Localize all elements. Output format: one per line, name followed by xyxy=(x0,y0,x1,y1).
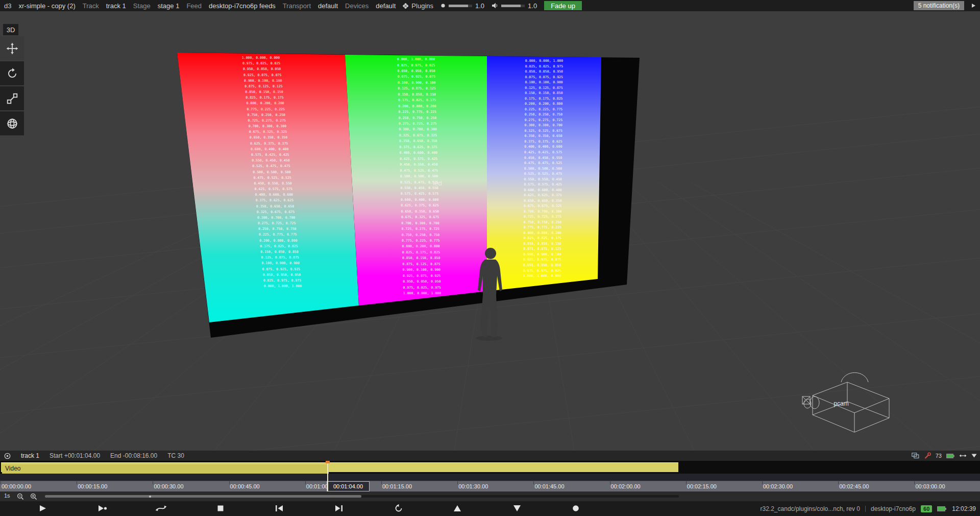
zoom-out-button[interactable] xyxy=(15,492,26,501)
zoom-in-icon xyxy=(30,493,37,500)
screen-value-line: 0.850, 0.150, 0.150 xyxy=(245,90,283,94)
screen-value-line: 0.650, 0.350, 0.350 xyxy=(250,135,287,139)
brightness-slider[interactable] xyxy=(449,5,472,7)
next-track-button[interactable] xyxy=(510,503,524,513)
ruler-tick-label: 00:02:45.00 xyxy=(839,481,869,491)
playhead-marker[interactable] xyxy=(326,461,330,463)
screen-value-line: 0.300, 0.700, 0.300 xyxy=(399,127,436,131)
notifications-badge[interactable]: 5 notification(s) xyxy=(914,1,964,10)
screen-value-line: 0.675, 0.325, 0.675 xyxy=(401,215,439,219)
screen-value-line: 0.700, 0.700, 0.300 xyxy=(524,209,561,214)
scale-tool-button[interactable] xyxy=(0,86,24,110)
build-version-label: r32.2_candc/plugins/colo...nch, rev 0 xyxy=(761,505,860,512)
screen-value-line: 0.375, 0.375, 0.625 xyxy=(524,139,562,144)
screen-value-line: 0.875, 0.875, 0.125 xyxy=(523,247,561,251)
wrench-icon[interactable] xyxy=(924,452,931,459)
track-start[interactable]: Start +00:01:04.00 xyxy=(50,452,100,459)
fade-up-button[interactable]: Fade up xyxy=(544,1,582,10)
transport-menu-label[interactable]: Transport xyxy=(283,2,311,10)
playhead-line[interactable] xyxy=(327,461,328,491)
return-to-start-button[interactable] xyxy=(392,503,405,513)
feed-menu-label[interactable]: Feed xyxy=(186,2,202,10)
track-timecode[interactable]: TC 30 xyxy=(167,452,184,459)
ruler-tick-label: 00:02:30.00 xyxy=(763,481,793,491)
screen-value-line: 0.950, 0.950, 0.050 xyxy=(523,263,561,267)
displays-icon[interactable] xyxy=(912,453,919,459)
stage-viewport[interactable]: 1.000, 0.000, 0.0000.975, 0.025, 0.0250.… xyxy=(0,11,980,451)
previous-section-button[interactable] xyxy=(273,503,286,513)
screen-value-line: 0.375, 0.625, 0.375 xyxy=(399,145,437,149)
move-tool-button[interactable] xyxy=(0,36,24,60)
led-screen[interactable]: 1.000, 0.000, 0.0000.975, 0.025, 0.0250.… xyxy=(177,53,640,338)
timeline-ruler[interactable]: 00:00:00.0000:00:15.0000:00:30.0000:00:4… xyxy=(0,481,980,491)
stage-menu-value[interactable]: stage 1 xyxy=(158,2,180,10)
playhead-time-readout: 00:01:04.00 xyxy=(327,481,370,491)
screen-value-line: 0.900, 0.100, 0.900 xyxy=(403,268,440,272)
screen-value-line: 0.000, 1.000, 1.000 xyxy=(264,284,302,288)
previous-track-button[interactable] xyxy=(451,503,464,513)
screen-value-line: 0.500, 0.500, 0.500 xyxy=(400,174,438,178)
stop-button[interactable] xyxy=(214,503,227,513)
screen-value-line: 0.400, 0.600, 0.600 xyxy=(255,193,293,197)
ruler-tick-label: 00:00:00.00 xyxy=(2,481,31,491)
plugins-menu[interactable]: Plugins xyxy=(403,2,433,10)
rotate-tool-button[interactable] xyxy=(0,61,24,85)
record-button[interactable] xyxy=(569,503,582,513)
app-menu[interactable]: d3 xyxy=(4,2,11,10)
track-name[interactable]: track 1 xyxy=(21,452,39,459)
collapse-track-icon[interactable] xyxy=(971,454,977,458)
ruler-tick-label: 00:02:00.00 xyxy=(611,481,641,491)
feed-menu-value[interactable]: desktop-i7cno6p feeds xyxy=(209,2,276,10)
screen-value-line: 0.750, 0.250, 0.250 xyxy=(248,113,285,117)
zoom-in-button[interactable] xyxy=(29,492,39,501)
stage-camera[interactable]: pcam xyxy=(802,372,889,432)
stage-menu-label[interactable]: Stage xyxy=(133,2,151,10)
track-menu-value[interactable]: track 1 xyxy=(106,2,126,10)
next-section-button[interactable] xyxy=(332,503,346,513)
stop-icon xyxy=(214,504,227,513)
devices-menu-label[interactable]: Devices xyxy=(345,2,369,10)
track-end[interactable]: End -00:08:16.00 xyxy=(110,452,157,459)
screen-value-line: 0.975, 0.025, 0.025 xyxy=(242,61,280,65)
screen-value-line: 0.100, 0.900, 0.100 xyxy=(398,81,435,85)
timeline-scrollbar-marker xyxy=(149,496,151,498)
screen-value-line: 0.750, 0.250, 0.750 xyxy=(402,233,439,237)
loop-section-button[interactable] xyxy=(155,503,168,513)
screen-value-line: 0.775, 0.775, 0.225 xyxy=(524,225,561,229)
ruler-tick xyxy=(533,481,534,484)
devices-menu-value[interactable]: default xyxy=(376,2,396,10)
screen-value-line: 0.450, 0.550, 0.550 xyxy=(254,181,291,185)
orbit-tool-button[interactable] xyxy=(0,111,24,135)
screen-value-line: 0.950, 0.050, 0.050 xyxy=(243,67,281,71)
screen-value-line: 0.525, 0.475, 0.475 xyxy=(252,164,290,168)
view-mode-badge[interactable]: 3D xyxy=(3,24,18,35)
layer-row: Video xyxy=(0,461,980,474)
track-status-icon[interactable] xyxy=(4,453,11,459)
screen-value-column-blue: 0.000, 0.000, 1.0000.025, 0.025, 0.9750.… xyxy=(523,59,563,278)
screen-value-line: 0.825, 0.825, 0.175 xyxy=(524,236,561,240)
timeline-scrollbar-handle[interactable] xyxy=(45,495,361,498)
project-menu[interactable]: xr-simple - copy (2) xyxy=(18,2,75,10)
play-button[interactable] xyxy=(36,503,49,513)
fit-width-icon[interactable] xyxy=(959,453,967,458)
transport-bar: r32.2_candc/plugins/colo...nch, rev 0 de… xyxy=(0,501,980,516)
video-layer-bar[interactable]: Video xyxy=(1,462,678,472)
play-to-next-section-button[interactable] xyxy=(95,503,109,513)
screen-value-line: 0.575, 0.575, 0.425 xyxy=(524,182,562,186)
track-menu-label[interactable]: Track xyxy=(83,2,99,10)
screen-value-line: 0.925, 0.075, 0.925 xyxy=(403,274,440,278)
timeline-scrollbar[interactable] xyxy=(45,495,679,498)
ruler-tick-label: 00:02:15.00 xyxy=(687,481,717,491)
ruler-tick xyxy=(457,481,458,484)
screen-value-line: 0.725, 0.725, 0.275 xyxy=(524,215,561,219)
transport-menu-value[interactable]: default xyxy=(318,2,338,10)
notifications-expand-icon[interactable] xyxy=(971,3,976,8)
screen-value-line: 0.425, 0.575, 0.575 xyxy=(255,187,292,191)
screen-value-line: 0.050, 0.050, 0.950 xyxy=(525,69,563,74)
stage-toolbar xyxy=(0,36,24,135)
screen-value-line: 0.825, 0.175, 0.175 xyxy=(246,96,283,100)
screen-value-line: 0.700, 0.300, 0.300 xyxy=(249,124,286,128)
timeline-keyframe-strip[interactable] xyxy=(0,474,980,481)
screen-value-line: 0.025, 0.975, 0.975 xyxy=(263,278,301,283)
volume-slider[interactable] xyxy=(501,5,525,7)
